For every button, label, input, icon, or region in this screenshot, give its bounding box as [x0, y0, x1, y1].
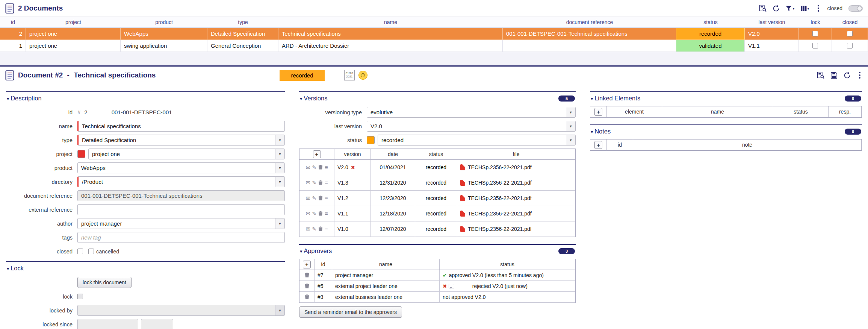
cell-project[interactable]: project one — [26, 40, 121, 52]
delete-approver-icon[interactable] — [305, 284, 309, 289]
version-detail-icon[interactable]: ≡ — [325, 180, 328, 185]
cell-type[interactable]: General Conception — [207, 40, 278, 52]
table-row[interactable]: 2 project one WebApps Detailed Specifica… — [0, 28, 868, 40]
closed-checkbox[interactable] — [832, 40, 868, 52]
lock-document-button[interactable]: lock this document — [77, 277, 132, 288]
comment-icon[interactable] — [449, 284, 454, 288]
add-version-button[interactable] — [313, 150, 321, 158]
description-section-header[interactable]: Description — [6, 91, 285, 104]
type-select[interactable]: Detailed Specification — [77, 135, 285, 146]
version-file-link[interactable]: TECHSp.2356-22-2021.pdf — [457, 206, 575, 221]
version-file-link[interactable]: TECHSp.2356-22-2021.pdf — [457, 160, 575, 175]
version-detail-icon[interactable]: ≡ — [325, 165, 328, 170]
column-header-name[interactable]: name — [278, 17, 503, 27]
cell-name[interactable]: Technical specifications — [278, 28, 503, 40]
column-header-id[interactable]: id — [0, 17, 26, 27]
edit-version-icon[interactable]: ✎ — [312, 211, 316, 216]
cell-id[interactable]: 2 — [0, 28, 26, 40]
delete-version-icon[interactable] — [318, 211, 323, 217]
delete-approver-icon[interactable] — [305, 273, 309, 278]
chevron-down-icon[interactable] — [566, 121, 575, 131]
remove-version-icon[interactable]: ✖ — [351, 165, 355, 170]
notes-section-header[interactable]: Notes 0 — [590, 124, 862, 137]
detail-menu-kebab-icon[interactable] — [857, 71, 863, 79]
column-header-lock[interactable]: lock — [799, 17, 832, 27]
edit-version-icon[interactable]: ✎ — [312, 196, 316, 201]
columns-icon[interactable]: ▾ — [801, 6, 809, 11]
column-header-project[interactable]: project — [26, 17, 121, 27]
send-version-icon[interactable]: ✉ — [306, 211, 310, 216]
send-version-icon[interactable]: ✉ — [306, 165, 310, 170]
refresh-icon[interactable] — [844, 72, 851, 79]
approvers-section-header[interactable]: Approvers 3 — [299, 244, 576, 256]
cell-product[interactable]: WebApps — [121, 28, 207, 40]
cell-type[interactable]: Detailed Specification — [207, 28, 278, 40]
directory-select[interactable]: /Product — [77, 176, 285, 187]
column-header-closed[interactable]: closed — [832, 17, 868, 27]
chevron-down-icon[interactable] — [275, 149, 284, 159]
edit-version-icon[interactable]: ✎ — [312, 180, 316, 185]
edit-version-icon[interactable]: ✎ — [312, 165, 316, 170]
cancelled-checkbox[interactable] — [88, 249, 94, 254]
status-select[interactable]: recorded — [378, 135, 576, 146]
refresh-icon[interactable] — [773, 5, 780, 12]
chevron-down-icon[interactable] — [566, 135, 575, 145]
chevron-down-icon[interactable] — [275, 177, 284, 187]
delete-approver-icon[interactable] — [305, 294, 309, 300]
lock-section-header[interactable]: Lock — [6, 261, 285, 274]
name-field[interactable] — [77, 121, 285, 132]
edit-version-icon[interactable]: ✎ — [312, 226, 316, 232]
preview-report-icon[interactable] — [759, 5, 767, 12]
column-header-status[interactable]: status — [676, 17, 745, 27]
send-version-icon[interactable]: ✉ — [306, 196, 310, 201]
last-version-select[interactable]: V2.0 — [367, 121, 576, 132]
cell-name[interactable]: ARD - Architecture Dossier — [278, 40, 503, 52]
chevron-down-icon[interactable] — [275, 135, 284, 145]
external-reference-field[interactable] — [77, 204, 285, 215]
delete-version-icon[interactable] — [318, 180, 323, 186]
closed-checkbox[interactable] — [77, 249, 83, 254]
save-icon[interactable] — [830, 72, 838, 79]
add-linked-element-button[interactable] — [594, 108, 602, 116]
lock-checkbox[interactable] — [799, 28, 832, 40]
version-file-link[interactable]: TECHSp.2356-22-2021.pdf — [457, 221, 575, 237]
add-note-button[interactable] — [594, 141, 602, 149]
delete-version-icon[interactable] — [318, 226, 323, 232]
cell-last-version[interactable]: V1.1 — [745, 40, 799, 52]
add-approver-button[interactable] — [303, 261, 311, 268]
table-row[interactable]: 1 project one swing application General … — [0, 40, 868, 52]
lock-checkbox[interactable] — [799, 40, 832, 52]
column-header-last-version[interactable]: last version — [745, 17, 799, 27]
chevron-down-icon[interactable] — [275, 218, 284, 229]
product-select[interactable]: WebApps — [77, 162, 285, 173]
cell-document-reference[interactable] — [503, 40, 676, 52]
tags-input[interactable] — [77, 232, 285, 243]
cell-project[interactable]: project one — [26, 28, 121, 40]
version-detail-icon[interactable]: ≡ — [325, 211, 328, 216]
versioning-type-select[interactable]: evolutive — [367, 107, 576, 118]
cell-last-version[interactable]: V2.0 — [745, 28, 799, 40]
version-detail-icon[interactable]: ≡ — [325, 196, 328, 201]
column-header-document-reference[interactable]: document reference — [503, 17, 676, 27]
cell-product[interactable]: swing application — [121, 40, 207, 52]
chevron-down-icon[interactable] — [566, 107, 575, 117]
version-file-link[interactable]: TECHSp.2356-22-2021.pdf — [457, 175, 575, 191]
send-version-icon[interactable]: ✉ — [306, 226, 310, 232]
closed-checkbox[interactable] — [832, 28, 868, 40]
send-reminder-button[interactable]: Send a reminder email to the approvers — [299, 306, 402, 318]
author-select[interactable]: project manager — [77, 218, 285, 229]
cell-document-reference[interactable]: 001-001-DETSPEC-001-Technical specificat… — [503, 28, 676, 40]
filter-icon[interactable]: ▾ — [786, 6, 794, 11]
list-menu-kebab-icon[interactable] — [815, 4, 821, 12]
delete-version-icon[interactable] — [318, 196, 323, 201]
preview-report-icon[interactable] — [817, 71, 824, 79]
project-select[interactable]: project one — [88, 149, 285, 159]
column-header-type[interactable]: type — [207, 17, 278, 27]
delete-version-icon[interactable] — [318, 165, 323, 170]
chevron-down-icon[interactable] — [275, 163, 284, 173]
cell-id[interactable]: 1 — [0, 40, 26, 52]
column-header-product[interactable]: product — [121, 17, 207, 27]
version-file-link[interactable]: TECHSp.2356-22-2021.pdf — [457, 191, 575, 206]
version-detail-icon[interactable]: ≡ — [325, 226, 328, 232]
linked-elements-section-header[interactable]: Linked Elements 0 — [590, 91, 862, 104]
